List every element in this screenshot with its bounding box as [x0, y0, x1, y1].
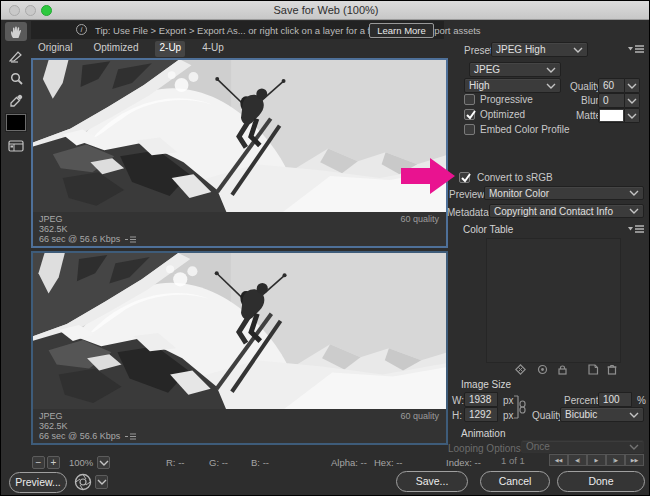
preview-image: [33, 60, 446, 213]
progressive-checkbox[interactable]: [464, 94, 475, 105]
percent-unit: %: [637, 395, 646, 406]
toggle-slices-visibility-button[interactable]: [5, 136, 27, 155]
download-rate-menu-icon[interactable]: [125, 236, 137, 243]
shift-web-colors-icon[interactable]: [537, 364, 548, 375]
download-time-label: 66 sec @ 56.6 Kbps: [39, 234, 120, 244]
eyedropper-color-swatch[interactable]: [6, 114, 26, 131]
link-dimensions-icon: [513, 395, 527, 419]
zoom-level-select[interactable]: [97, 456, 110, 469]
hex-value: --: [396, 457, 402, 468]
eyedropper-icon: [10, 94, 23, 107]
zoom-out-button[interactable]: −: [32, 456, 45, 469]
magnifier-icon: [10, 72, 23, 85]
new-color-icon[interactable]: [587, 364, 599, 375]
matte-menu-button[interactable]: [625, 108, 640, 123]
preview-pane-optimized[interactable]: JPEG 362.5K 66 sec @ 56.6 Kbps 60 qualit…: [31, 251, 448, 445]
info-icon: i: [76, 24, 87, 35]
preview-mode-select[interactable]: Monitor Color: [484, 186, 644, 200]
convert-srgb-checkbox[interactable]: [459, 172, 470, 183]
embed-color-profile-checkbox[interactable]: [464, 124, 475, 135]
done-button[interactable]: Done: [557, 471, 645, 492]
tab-original[interactable]: Original: [34, 41, 76, 57]
metadata-select[interactable]: Copyright and Contact Info: [489, 204, 644, 218]
callout-arrow: [401, 157, 457, 195]
zoom-tool-button[interactable]: [5, 69, 27, 88]
g-value: --: [222, 457, 228, 468]
matte-swatch[interactable]: [598, 108, 625, 123]
alpha-label: Alpha:: [331, 457, 358, 468]
progressive-label: Progressive: [480, 94, 533, 105]
preview-info-bar: JPEG 362.5K 66 sec @ 56.6 Kbps 60 qualit…: [33, 409, 446, 443]
width-field[interactable]: 1938: [464, 392, 498, 407]
color-table-panel-menu-icon[interactable]: [628, 224, 644, 234]
resample-quality-select[interactable]: Bicubic: [560, 407, 644, 422]
blur-field[interactable]: 0: [598, 93, 625, 108]
frame-counter: 1 of 1: [501, 455, 525, 466]
snap-web-palette-icon[interactable]: [515, 364, 526, 375]
hand-tool-button[interactable]: [5, 22, 27, 41]
slices-visibility-icon: [8, 140, 24, 152]
b-label: B:: [251, 457, 260, 468]
lock-color-icon[interactable]: [557, 364, 568, 375]
view-tabs: Original Optimized 2-Up 4-Up: [34, 41, 228, 57]
tip-bar: i Tip: Use File > Export > Export As... …: [31, 21, 444, 39]
tab-4up[interactable]: 4-Up: [198, 41, 228, 57]
color-table-grid[interactable]: [486, 238, 621, 363]
g-label: G:: [209, 457, 219, 468]
hand-icon: [9, 25, 23, 39]
save-for-web-dialog: Save for Web (100%) i Tip: Use File > Ex…: [0, 0, 650, 496]
format-select[interactable]: JPEG: [469, 62, 561, 77]
learn-more-button[interactable]: Learn More: [369, 23, 434, 38]
quality-field[interactable]: 60: [598, 78, 625, 93]
embed-color-profile-label: Embed Color Profile: [480, 124, 569, 135]
file-size-label: 362.5K: [39, 224, 68, 234]
quality-stepper[interactable]: [625, 78, 640, 93]
height-field[interactable]: 1292: [464, 407, 498, 422]
r-value: --: [178, 457, 184, 468]
convert-srgb-label: Convert to sRGB: [477, 172, 553, 183]
blur-stepper[interactable]: [625, 93, 640, 108]
first-frame-button[interactable]: ◀◀: [549, 454, 568, 466]
index-value: --: [475, 457, 481, 468]
metadata-label: Metadata:: [447, 207, 491, 218]
tab-optimized[interactable]: Optimized: [89, 41, 142, 57]
image-size-title: Image Size: [461, 379, 511, 390]
percent-label: Percent:: [564, 395, 601, 406]
previous-frame-button[interactable]: ◀|: [568, 454, 587, 466]
download-rate-menu-icon[interactable]: [125, 433, 137, 440]
compression-select[interactable]: High: [464, 78, 561, 93]
preview-in-browser-button[interactable]: Preview...: [9, 472, 67, 493]
quality-readout: 60 quality: [400, 214, 439, 224]
preset-select[interactable]: JPEG High: [491, 42, 588, 57]
preview-image: [33, 253, 446, 411]
tab-2up[interactable]: 2-Up: [155, 41, 185, 57]
width-unit: px: [503, 395, 514, 406]
browser-select-button[interactable]: [95, 475, 108, 489]
download-time-label: 66 sec @ 56.6 Kbps: [39, 431, 120, 441]
optimized-checkbox[interactable]: [464, 109, 475, 120]
percent-field[interactable]: 100: [598, 392, 632, 407]
hex-label: Hex:: [374, 457, 394, 468]
index-label: Index:: [446, 457, 472, 468]
last-frame-button[interactable]: ▶▶: [625, 454, 644, 466]
play-button[interactable]: ▶: [587, 454, 606, 466]
preset-panel-menu-icon[interactable]: [628, 44, 644, 54]
slice-select-tool-button[interactable]: [5, 47, 27, 66]
format-label: JPEG: [39, 214, 63, 224]
optimized-label: Optimized: [480, 109, 525, 120]
pink-arrow-icon: [401, 158, 455, 194]
eyedropper-tool-button[interactable]: [5, 91, 27, 110]
window-title: Save for Web (100%): [1, 1, 650, 20]
file-size-label: 362.5K: [39, 421, 68, 431]
looping-options-select: Once: [521, 440, 644, 453]
next-frame-button[interactable]: |▶: [606, 454, 625, 466]
preview-pane-original[interactable]: JPEG 362.5K 66 sec @ 56.6 Kbps 60 qualit…: [31, 58, 448, 248]
delete-color-icon[interactable]: [607, 364, 617, 375]
browser-icon[interactable]: [74, 473, 92, 491]
width-label: W:: [452, 395, 464, 406]
zoom-in-button[interactable]: +: [47, 456, 60, 469]
save-button[interactable]: Save...: [396, 471, 468, 492]
animation-title: Animation: [461, 428, 505, 439]
quality-readout: 60 quality: [400, 411, 439, 421]
cancel-button[interactable]: Cancel: [480, 471, 550, 492]
